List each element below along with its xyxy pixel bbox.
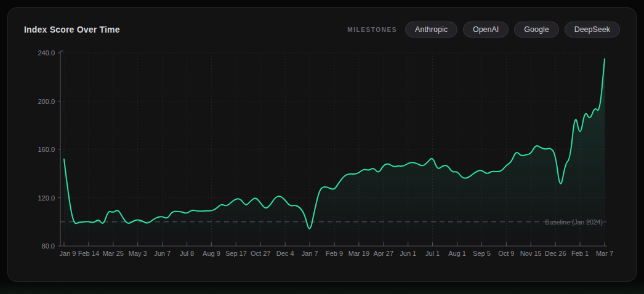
- svg-text:Mar 19: Mar 19: [348, 250, 369, 257]
- bottom-glow: [0, 281, 644, 294]
- svg-text:Oct 9: Oct 9: [498, 250, 514, 257]
- chart-card: Index Score Over Time MILESTONES Anthrop…: [7, 7, 637, 282]
- svg-text:Jun 1: Jun 1: [400, 250, 416, 257]
- milestones-label: MILESTONES: [347, 26, 397, 33]
- svg-text:Mar 7: Mar 7: [596, 250, 613, 257]
- svg-text:Jun 7: Jun 7: [154, 250, 171, 257]
- chart-title: Index Score Over Time: [24, 25, 120, 34]
- svg-text:Nov 15: Nov 15: [520, 250, 542, 257]
- svg-text:160.0: 160.0: [38, 146, 55, 153]
- svg-text:120.0: 120.0: [38, 194, 55, 202]
- page-background: Index Score Over Time MILESTONES Anthrop…: [0, 0, 644, 294]
- svg-text:Jan 7: Jan 7: [302, 250, 318, 257]
- baseline-label: Baseline (Jan 2024): [545, 218, 603, 226]
- svg-text:Feb 9: Feb 9: [326, 250, 343, 257]
- svg-text:240.0: 240.0: [38, 49, 55, 57]
- milestone-button-google[interactable]: Google: [514, 22, 558, 38]
- milestone-button-openai[interactable]: OpenAI: [463, 22, 509, 38]
- milestones-group: MILESTONES AnthropicOpenAIGoogleDeepSeek: [347, 22, 620, 38]
- svg-text:Apr 27: Apr 27: [374, 250, 393, 257]
- svg-text:80.0: 80.0: [42, 242, 55, 250]
- svg-text:Feb 1: Feb 1: [571, 250, 589, 257]
- svg-text:Sep 5: Sep 5: [473, 250, 491, 257]
- svg-text:Jul 8: Jul 8: [180, 250, 194, 257]
- svg-text:Jan 9: Jan 9: [60, 250, 76, 257]
- index-score-line-chart: Baseline (Jan 2024)80.0120.0160.0200.024…: [8, 8, 636, 281]
- milestone-button-anthropic[interactable]: Anthropic: [405, 22, 457, 38]
- chart-area: Baseline (Jan 2024)80.0120.0160.0200.024…: [8, 8, 636, 281]
- x-axis-labels: Jan 9Feb 14Mar 25May 3Jun 7Jul 8Aug 9Sep…: [60, 250, 614, 257]
- svg-text:200.0: 200.0: [38, 98, 55, 105]
- svg-text:Mar 25: Mar 25: [103, 250, 124, 257]
- svg-text:Dec 4: Dec 4: [276, 250, 294, 257]
- chart-header: Index Score Over Time MILESTONES Anthrop…: [8, 8, 636, 42]
- svg-text:Dec 26: Dec 26: [545, 250, 566, 257]
- svg-text:May 3: May 3: [129, 250, 147, 257]
- svg-text:Aug 1: Aug 1: [448, 250, 466, 257]
- svg-text:Aug 9: Aug 9: [203, 250, 220, 257]
- milestone-button-deepseek[interactable]: DeepSeek: [565, 22, 620, 38]
- svg-text:Feb 14: Feb 14: [78, 250, 99, 257]
- svg-text:Jul 1: Jul 1: [425, 250, 440, 257]
- milestone-buttons: AnthropicOpenAIGoogleDeepSeek: [405, 22, 620, 38]
- y-axis-labels: 80.0120.0160.0200.0240.0: [38, 49, 55, 250]
- svg-text:Sep 17: Sep 17: [225, 250, 247, 257]
- svg-text:Oct 27: Oct 27: [251, 250, 270, 257]
